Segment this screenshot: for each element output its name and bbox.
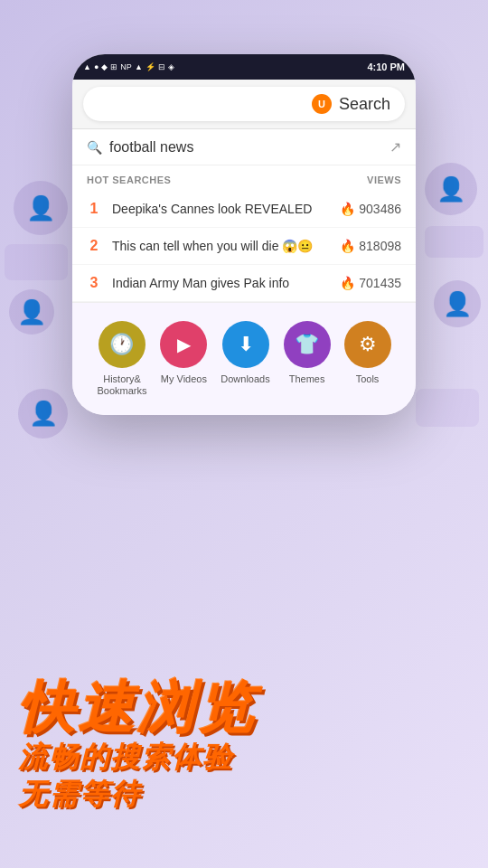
search-panel: 🔍 football news ↗ HOT SEARCHES VIEWS 1 D… — [72, 129, 416, 303]
tools-icon: ⚙ — [359, 333, 377, 356]
bg-profile-2: 👤 — [9, 289, 54, 335]
item-views-wrapper-3: 🔥 701435 — [340, 276, 401, 290]
fire-icon-3: 🔥 — [340, 276, 355, 290]
chinese-title: 快速浏览 — [18, 677, 257, 739]
search-top-label: Search — [339, 95, 390, 114]
play-icon: ▶ — [177, 334, 191, 355]
status-icon-9: ◈ — [168, 62, 174, 71]
chinese-subtitle-line1: 流畅的搜索体验 — [18, 739, 257, 777]
downloads-label: Downloads — [221, 373, 269, 385]
hot-searches-label: HOT SEARCHES — [87, 175, 171, 185]
item-views-2: 818098 — [359, 239, 401, 253]
search-top-bar[interactable]: U Search — [83, 87, 405, 121]
item-views-1: 903486 — [359, 202, 401, 216]
item-text-2: This can tell when you will die 😱😐 — [112, 239, 329, 253]
rank-2: 2 — [87, 238, 101, 254]
status-icon-8: ⊟ — [158, 62, 165, 71]
uc-logo-icon: U — [312, 94, 332, 114]
item-text-3: Indian Army Man gives Pak info — [112, 276, 329, 290]
status-bar: ▲ ● ◆ ⊞ NP ▲ ⚡ ⊟ ◈ 4:10 PM — [72, 54, 416, 80]
item-views-wrapper-1: 🔥 903486 — [340, 202, 401, 216]
app-icon-tools[interactable]: ⚙ Tools — [344, 321, 391, 385]
app-icon-downloads[interactable]: ⬇ Downloads — [221, 321, 269, 385]
bg-profile-1: 👤 — [14, 181, 68, 235]
app-icon-themes[interactable]: 👕 Themes — [284, 321, 331, 385]
history-icon: 🕐 — [109, 333, 134, 356]
item-views-3: 701435 — [359, 276, 401, 290]
item-views-wrapper-2: 🔥 818098 — [340, 239, 401, 253]
status-icons-left: ▲ ● ◆ ⊞ NP ▲ ⚡ ⊟ ◈ — [83, 62, 174, 71]
status-icon-4: ⊞ — [110, 62, 117, 71]
search-input-row[interactable]: 🔍 football news ↗ — [72, 129, 416, 165]
bg-card-3 — [416, 389, 479, 427]
browser-chrome: U Search — [72, 80, 416, 129]
phone-mockup: ▲ ● ◆ ⊞ NP ▲ ⚡ ⊟ ◈ 4:10 PM U Search 🔍 fo… — [72, 54, 416, 415]
status-icon-6: ▲ — [135, 62, 143, 71]
chinese-subtitle-line2: 无需等待 — [18, 776, 257, 814]
status-icon-7: ⚡ — [145, 62, 155, 71]
videos-icon-circle: ▶ — [160, 321, 207, 368]
phone-bottom-section: 🕐 History&Bookmarks ▶ My Videos ⬇ Downlo… — [72, 303, 416, 415]
status-icon-1: ▲ — [83, 62, 91, 71]
rank-1: 1 — [87, 201, 101, 217]
hot-search-item-2[interactable]: 2 This can tell when you will die 😱😐 🔥 8… — [72, 228, 416, 265]
themes-icon-circle: 👕 — [284, 321, 331, 368]
svg-text:U: U — [318, 99, 325, 109]
search-query-text: football news — [109, 139, 382, 156]
hot-search-item-1[interactable]: 1 Deepika's Cannes look REVEALED 🔥 90348… — [72, 191, 416, 228]
fire-icon-2: 🔥 — [340, 239, 355, 253]
themes-label: Themes — [289, 373, 325, 385]
app-icon-videos[interactable]: ▶ My Videos — [160, 321, 207, 385]
search-arrow-icon: ↗ — [389, 138, 401, 156]
history-icon-circle: 🕐 — [99, 321, 145, 368]
bg-profile-5: 👤 — [434, 280, 481, 327]
history-label: History&Bookmarks — [97, 373, 146, 397]
tools-label: Tools — [356, 373, 380, 385]
rank-3: 3 — [87, 275, 101, 291]
app-icons-row: 🕐 History&Bookmarks ▶ My Videos ⬇ Downlo… — [72, 321, 416, 397]
status-time: 4:10 PM — [367, 61, 405, 72]
item-text-1: Deepika's Cannes look REVEALED — [112, 202, 329, 216]
status-icon-3: ◆ — [101, 62, 108, 71]
hot-searches-header: HOT SEARCHES VIEWS — [72, 165, 416, 191]
bg-card-1 — [5, 244, 68, 280]
videos-label: My Videos — [161, 373, 207, 385]
downloads-icon-circle: ⬇ — [222, 321, 269, 368]
download-icon: ⬇ — [238, 333, 254, 356]
tools-icon-circle: ⚙ — [344, 321, 391, 368]
status-icon-2: ● — [94, 62, 99, 71]
hot-search-item-3[interactable]: 3 Indian Army Man gives Pak info 🔥 70143… — [72, 265, 416, 302]
app-icon-history[interactable]: 🕐 History&Bookmarks — [97, 321, 146, 397]
fire-icon-1: 🔥 — [340, 202, 355, 216]
bg-card-2 — [425, 226, 483, 258]
views-label: VIEWS — [367, 175, 401, 185]
themes-icon: 👕 — [295, 333, 319, 356]
search-icon-small: 🔍 — [87, 140, 102, 155]
status-icon-5: NP — [120, 62, 132, 71]
chinese-text-overlay: 快速浏览 流畅的搜索体验 无需等待 — [18, 677, 257, 814]
bg-profile-4: 👤 — [425, 163, 477, 215]
bg-profile-3: 👤 — [18, 389, 68, 439]
